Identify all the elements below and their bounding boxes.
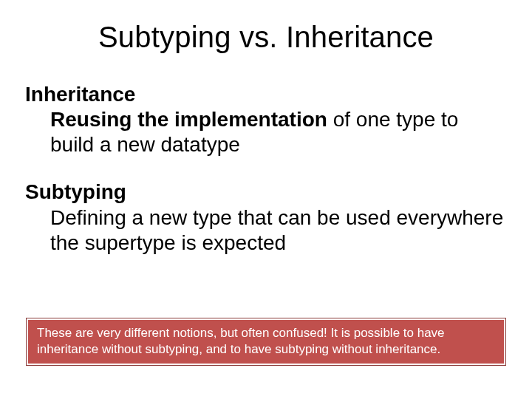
slide-body: Inheritance Reusing the implementation o… — [0, 61, 532, 256]
callout-box: These are very different notions, but of… — [27, 318, 505, 365]
section-text-inheritance: Reusing the implementation of one type t… — [25, 107, 507, 157]
section-text-bold: Reusing the implementation — [50, 108, 327, 131]
section-heading-subtyping: Subtyping — [25, 180, 507, 205]
slide: Subtyping vs. Inheritance Inheritance Re… — [0, 0, 532, 399]
section-text-subtyping: Defining a new type that can be used eve… — [25, 205, 507, 256]
slide-title: Subtyping vs. Inheritance — [0, 0, 532, 61]
section-heading-inheritance: Inheritance — [25, 82, 507, 107]
